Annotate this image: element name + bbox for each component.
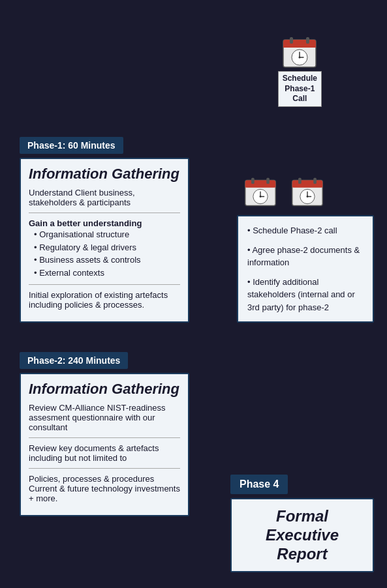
phase1-right-bullet3: • Identify additional stakeholders (inte… — [247, 276, 364, 314]
bullet-item: Organisational structure — [34, 228, 180, 241]
phase4-section: Phase 4 Formal Executive Report — [230, 475, 374, 572]
phase2-title: Information Gathering — [29, 381, 180, 398]
phase1-calendars — [237, 176, 374, 209]
schedule-phase1-label: Schedule Phase-1 Call — [278, 71, 322, 107]
phase1-right-bullet2: • Agree phase-2 documents & information — [247, 244, 364, 269]
svg-rect-12 — [251, 178, 255, 184]
phase4-badge: Phase 4 — [230, 475, 288, 494]
bullet-item: Regulatory & legal drivers — [34, 241, 180, 254]
phase1-calendar-icon-1 — [243, 176, 277, 209]
phase2-badge: Phase-2: 240 Minutes — [20, 352, 128, 369]
phase4-title: Formal Executive Report — [241, 507, 364, 563]
phase2-section: Phase-2: 240 Minutes Information Gatheri… — [20, 352, 189, 516]
svg-rect-3 — [290, 37, 293, 44]
phase1-bullets: Organisational structure Regulatory & le… — [29, 228, 180, 279]
svg-rect-4 — [306, 37, 309, 44]
schedule-phase1-calendar: Schedule Phase-1 Call — [278, 36, 322, 107]
phase1-badge: Phase-1: 60 Minutes — [20, 137, 123, 154]
calendar-icon — [281, 36, 318, 70]
bullet-item: External contexts — [34, 267, 180, 280]
phase1-content-box: Information Gathering Understand Client … — [20, 158, 189, 323]
phase2-section3: Policies, processes & procedures Current… — [29, 468, 180, 508]
phase1-calendar-icon-2 — [290, 176, 324, 209]
phase1-right-panel: • Schedule Phase-2 call • Agree phase-2 … — [237, 215, 374, 323]
svg-rect-21 — [298, 178, 302, 184]
svg-rect-22 — [313, 178, 317, 184]
phase2-section2: Review key documents & artefacts includi… — [29, 437, 180, 468]
phase1-section: Phase-1: 60 Minutes Information Gatherin… — [20, 137, 189, 323]
phase2-section1: Review CM-Alliance NIST-readiness assesm… — [29, 398, 180, 437]
phase1-section2: Gain a better understanding Organisation… — [29, 213, 180, 284]
phase1-section1: Understand Client business, stakeholders… — [29, 183, 180, 213]
page-container: Schedule Phase-1 Call Phase-1: 60 Minute… — [0, 0, 387, 588]
phase1-right-section: • Schedule Phase-2 call • Agree phase-2 … — [237, 176, 374, 323]
svg-point-17 — [260, 196, 262, 198]
phase1-section2-label: Gain a better understanding — [29, 218, 180, 228]
phase4-content-box: Formal Executive Report — [230, 498, 374, 572]
svg-rect-11 — [245, 184, 275, 188]
phase1-title: Information Gathering — [29, 166, 180, 183]
bullet-item: Business assets & controls — [34, 254, 180, 267]
svg-rect-20 — [292, 184, 322, 188]
phase1-section3: Initial exploration of existing artefact… — [29, 284, 180, 315]
svg-rect-2 — [283, 44, 316, 48]
svg-rect-13 — [266, 178, 270, 184]
phase1-right-bullet1: • Schedule Phase-2 call — [247, 224, 364, 237]
svg-point-26 — [307, 196, 309, 198]
svg-point-8 — [299, 57, 301, 59]
phase2-content-box: Information Gathering Review CM-Alliance… — [20, 373, 189, 516]
